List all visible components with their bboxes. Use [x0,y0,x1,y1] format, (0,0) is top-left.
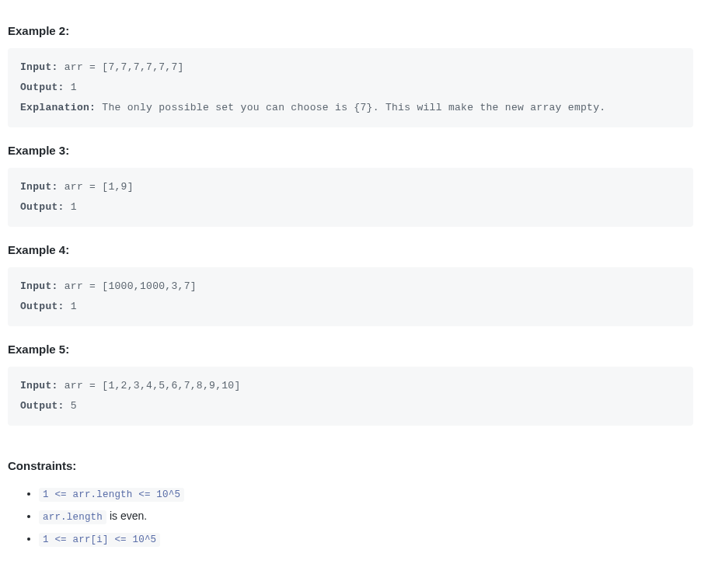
example-heading: Example 2: [8,22,693,40]
output-value: 1 [65,201,77,213]
output-label: Output: [20,82,65,93]
output-value: 5 [65,400,77,412]
input-value: arr = [7,7,7,7,7,7] [58,61,184,73]
example-heading: Example 5: [8,340,693,359]
output-label: Output: [20,301,65,312]
constraint-code: arr.length [39,510,106,524]
list-item: 1 <= arr[i] <= 10^5 [39,530,693,548]
list-item: arr.length is even. [39,507,693,525]
input-label: Input: [20,280,58,292]
example-codeblock: Input: arr = [1,9] Output: 1 [8,168,693,227]
constraint-code: 1 <= arr[i] <= 10^5 [39,533,160,547]
constraint-tail: is even. [106,510,147,522]
list-item: 1 <= arr.length <= 10^5 [39,485,693,503]
input-label: Input: [20,61,58,73]
constraints-list: 1 <= arr.length <= 10^5 arr.length is ev… [8,485,693,548]
example-heading: Example 4: [8,241,693,259]
example-heading: Example 3: [8,141,693,160]
input-value: arr = [1,9] [58,181,134,193]
explanation-value: The only possible set you can choose is … [96,102,605,113]
input-label: Input: [20,380,58,391]
constraint-code: 1 <= arr.length <= 10^5 [39,488,184,502]
input-label: Input: [20,181,58,193]
output-label: Output: [20,400,65,412]
example-codeblock: Input: arr = [1,2,3,4,5,6,7,8,9,10] Outp… [8,367,693,426]
constraints-heading: Constraints: [8,457,693,475]
example-codeblock: Input: arr = [7,7,7,7,7,7] Output: 1 Exp… [8,48,693,127]
input-value: arr = [1000,1000,3,7] [58,280,197,292]
output-value: 1 [65,301,77,312]
input-value: arr = [1,2,3,4,5,6,7,8,9,10] [58,380,241,391]
explanation-label: Explanation: [20,102,96,113]
output-label: Output: [20,201,65,213]
output-value: 1 [65,82,77,93]
example-codeblock: Input: arr = [1000,1000,3,7] Output: 1 [8,267,693,326]
